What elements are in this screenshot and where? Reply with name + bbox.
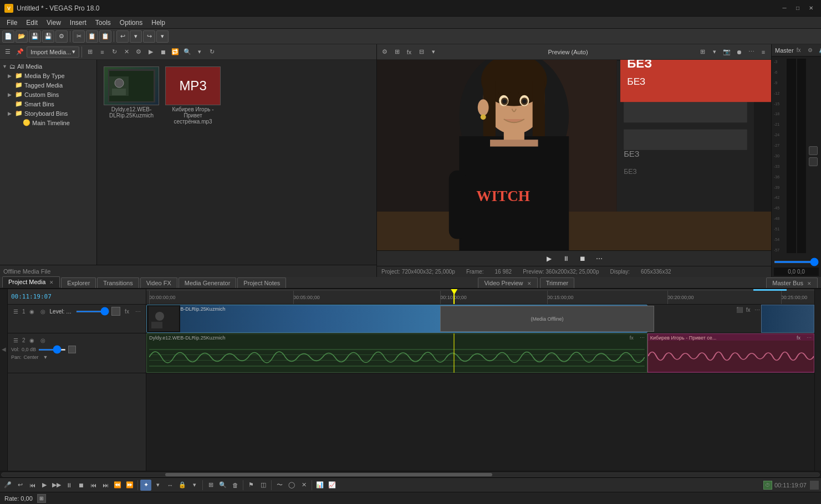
preview-more-icon[interactable]: ⋯ bbox=[746, 47, 757, 58]
close-panel-button[interactable]: ✕ bbox=[121, 47, 132, 58]
audio-clip-2[interactable]: Кибирев Игорь - Привет се... fx ⋯ bbox=[647, 333, 814, 373]
tab-project-notes[interactable]: Project Notes bbox=[237, 277, 286, 288]
mute-button[interactable]: ◯ bbox=[286, 480, 297, 491]
scrollbar-track[interactable] bbox=[1, 472, 820, 477]
master-volume-fader[interactable] bbox=[774, 261, 819, 263]
tab-video-preview[interactable]: Video Preview ✕ bbox=[478, 277, 537, 288]
region-button[interactable]: ◫ bbox=[258, 480, 269, 491]
properties-button[interactable]: ⚙ bbox=[55, 30, 68, 43]
track-1-solo[interactable]: ◎ bbox=[39, 307, 48, 316]
open-button[interactable]: 📂 bbox=[16, 30, 28, 43]
render-button[interactable]: 📊 bbox=[314, 480, 325, 491]
preview-split-dropdown[interactable]: ▾ bbox=[428, 47, 439, 58]
undo-button[interactable]: ↩ bbox=[116, 30, 129, 43]
preview-record-icon[interactable]: ⏺ bbox=[733, 47, 744, 58]
minimize-button[interactable]: ─ bbox=[779, 4, 790, 13]
tree-item-all-media[interactable]: ▼ 🗂 All Media bbox=[0, 62, 96, 71]
auto-preview[interactable]: ↻ bbox=[206, 47, 217, 58]
master-settings-icon[interactable]: fx bbox=[794, 45, 804, 55]
media-item-audio[interactable]: MP3 Кибирев Игорь - Приветсестрёнка.mp3 bbox=[165, 66, 221, 125]
view-toggle-2[interactable]: ≡ bbox=[96, 47, 108, 58]
stop-button[interactable]: ⏹ bbox=[75, 480, 86, 491]
master-vol-icon[interactable]: 🔊 bbox=[817, 45, 821, 55]
undo-dropdown[interactable]: ▾ bbox=[130, 30, 142, 43]
zoom-dropdown[interactable]: ▾ bbox=[194, 47, 205, 58]
auto-ripple-button[interactable]: ↔ bbox=[165, 480, 176, 491]
track-1-mute[interactable]: ◉ bbox=[28, 307, 37, 316]
audio-clip-2-fx-icon[interactable]: fx bbox=[797, 335, 800, 341]
track-2-solo[interactable]: ◎ bbox=[39, 336, 48, 344]
track-2-expand[interactable]: ☰ bbox=[11, 336, 20, 344]
go-start-button[interactable]: ⏮ bbox=[27, 480, 38, 491]
next-frame-button[interactable]: ⏭ bbox=[100, 480, 111, 491]
record-button[interactable]: 🎤 bbox=[2, 480, 13, 491]
media-item-video[interactable]: Dyldy.e12.WEB-DLRip.25Kuzmich bbox=[104, 66, 159, 119]
track-1-expand[interactable]: ☰ bbox=[11, 307, 20, 316]
loop-record-button[interactable]: ↩ bbox=[14, 480, 26, 491]
redo-dropdown[interactable]: ▾ bbox=[156, 30, 169, 43]
copy-button[interactable]: 📋 bbox=[86, 30, 98, 43]
clip-expand-icon[interactable]: ⬛ bbox=[736, 306, 743, 313]
tree-item-custom-bins[interactable]: ▶ 📁 Custom Bins bbox=[0, 90, 96, 99]
preview-snap-icon[interactable]: ⊞ bbox=[391, 47, 402, 58]
audio-clip-menu-icon[interactable]: ⋯ bbox=[640, 335, 645, 341]
menu-edit[interactable]: Edit bbox=[22, 18, 42, 28]
master-eq-icon[interactable]: ⚙ bbox=[805, 45, 815, 55]
clip-menu-icon[interactable]: ⋯ bbox=[753, 306, 761, 313]
preview-pause-button[interactable]: ⏸ bbox=[560, 253, 572, 265]
tab-project-media[interactable]: Project Media ✕ bbox=[2, 276, 60, 288]
menu-file[interactable]: File bbox=[2, 18, 22, 28]
crossfade-button[interactable]: ✕ bbox=[298, 480, 309, 491]
lock-dropdown[interactable]: ▾ bbox=[189, 480, 200, 491]
tree-item-smart-bins[interactable]: 📁 Smart Bins bbox=[0, 99, 96, 109]
tab-close-icon2[interactable]: ✕ bbox=[527, 281, 532, 286]
redo-button[interactable]: ↪ bbox=[143, 30, 155, 43]
paste-button[interactable]: 📋 bbox=[99, 30, 111, 43]
menu-options[interactable]: Options bbox=[115, 18, 147, 28]
track-2-vol-fader[interactable] bbox=[38, 349, 66, 351]
zoom-button[interactable]: 🔍 bbox=[182, 47, 193, 58]
preview-play-button[interactable]: ▶ bbox=[543, 253, 555, 265]
tree-item-media-by-type[interactable]: ▶ 📁 Media By Type bbox=[0, 71, 96, 80]
marker-button[interactable]: ⚑ bbox=[246, 480, 257, 491]
tree-item-storyboard-bins[interactable]: ▶ 📁 Storyboard Bins bbox=[0, 109, 96, 118]
tab-close-icon[interactable]: ✕ bbox=[49, 280, 54, 285]
track-1-more[interactable]: ⋯ bbox=[134, 307, 142, 316]
prev-event-button[interactable]: ⏪ bbox=[112, 480, 123, 491]
menu-tools[interactable]: Tools bbox=[91, 18, 115, 28]
close-button[interactable]: ✕ bbox=[805, 4, 817, 13]
timeline-vertical-scrollbar[interactable] bbox=[814, 289, 821, 471]
preview-capture-icon[interactable]: 📷 bbox=[721, 47, 732, 58]
refresh-button[interactable]: ↻ bbox=[109, 47, 120, 58]
preview-menu-button[interactable]: ⋯ bbox=[593, 253, 605, 265]
tree-item-main-timeline[interactable]: 🟡 Main Timeline bbox=[0, 118, 96, 127]
maximize-button[interactable]: □ bbox=[792, 4, 803, 13]
loop-button[interactable]: 🔁 bbox=[170, 47, 181, 58]
tab-master-bus[interactable]: Master Bus ✕ bbox=[766, 277, 818, 288]
move-up-button[interactable]: ▶ bbox=[145, 47, 156, 58]
clip-fx-icon[interactable]: fx bbox=[744, 306, 752, 313]
preview-stop-button[interactable]: ⏹ bbox=[577, 253, 589, 265]
track-1-fx[interactable]: fx bbox=[123, 307, 131, 316]
menu-insert[interactable]: Insert bbox=[65, 18, 91, 28]
view-toggle-1[interactable]: ⊞ bbox=[84, 47, 95, 58]
save-as-button[interactable]: 💾 bbox=[42, 30, 54, 43]
play-from-button[interactable]: ▶▶ bbox=[51, 480, 62, 491]
preview-grid-icon[interactable]: ⊞ bbox=[697, 47, 708, 58]
audio-clip-2-menu-icon[interactable]: ⋯ bbox=[807, 335, 812, 341]
import-media-button[interactable]: Import Media... ▾ bbox=[27, 47, 79, 58]
menu-view[interactable]: View bbox=[42, 18, 65, 28]
normal-edit-button[interactable]: ✦ bbox=[140, 480, 151, 491]
pause-button[interactable]: ⏸ bbox=[63, 480, 74, 491]
tab-trimmer[interactable]: Trimmer bbox=[540, 277, 575, 288]
cut-button[interactable]: ✂ bbox=[73, 30, 85, 43]
lock-button[interactable]: 🔒 bbox=[177, 480, 188, 491]
track-1-level-fader[interactable] bbox=[76, 311, 109, 312]
next-event-button[interactable]: ⏩ bbox=[124, 480, 135, 491]
tab-close-icon3[interactable]: ✕ bbox=[807, 281, 812, 286]
tab-video-fx[interactable]: Video FX bbox=[140, 277, 177, 288]
new-button[interactable]: 📄 bbox=[2, 30, 14, 43]
timeline-horizontal-scrollbar[interactable] bbox=[0, 471, 821, 477]
preview-extra-icon[interactable]: ≡ bbox=[758, 47, 769, 58]
save-button[interactable]: 💾 bbox=[29, 30, 41, 43]
